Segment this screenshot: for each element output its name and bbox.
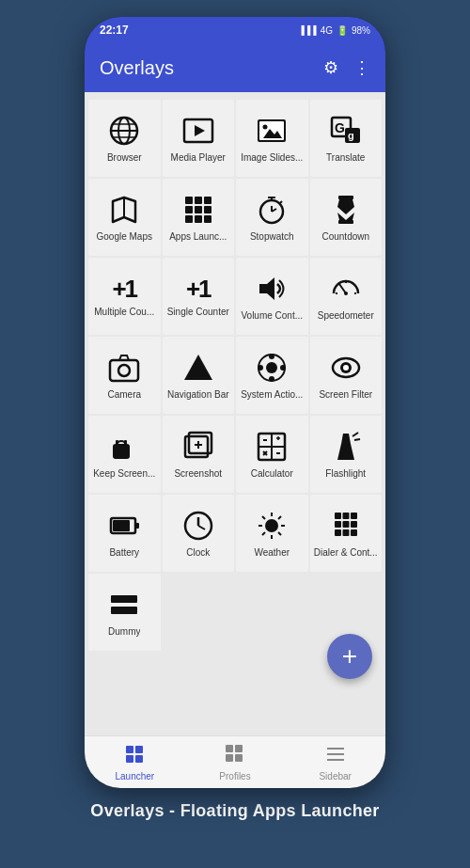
battery-level: 98% — [352, 25, 370, 36]
translate-icon: G g — [330, 115, 362, 147]
grid-item-speedometer[interactable]: Speedometer — [310, 258, 383, 335]
nav-item-sidebar[interactable]: Sidebar — [285, 744, 385, 781]
grid-item-countdown[interactable]: Countdown — [310, 179, 383, 256]
countdown-icon — [330, 194, 362, 226]
calculator-label: Calculator — [251, 468, 293, 480]
grid-item-keep-screen[interactable]: Keep Screen... — [88, 416, 161, 493]
more-options-icon[interactable]: ⋮ — [353, 57, 370, 78]
screenshot-icon — [182, 431, 214, 463]
status-time: 22:17 — [100, 24, 129, 37]
svg-text:g: g — [348, 130, 354, 141]
svg-rect-31 — [338, 196, 353, 199]
svg-rect-22 — [185, 215, 193, 223]
multiple-counter-icon: +1 — [112, 276, 136, 301]
svg-point-42 — [266, 362, 277, 373]
svg-rect-94 — [335, 529, 341, 536]
media-player-label: Media Player — [171, 152, 226, 164]
grid-item-stopwatch[interactable]: Stopwatch — [236, 179, 308, 256]
grid-item-screen-filter[interactable]: Screen Filter — [310, 337, 383, 414]
dummy-icon — [108, 589, 140, 621]
svg-rect-16 — [185, 197, 193, 204]
grid-item-image-slides[interactable]: Image Slides... — [236, 100, 308, 177]
svg-rect-90 — [351, 513, 357, 519]
flashlight-icon — [330, 431, 362, 463]
battery-icon — [108, 510, 140, 542]
svg-rect-89 — [342, 513, 349, 519]
speedometer-icon — [330, 273, 362, 305]
browser-label: Browser — [107, 152, 142, 164]
grid-item-volume-control[interactable]: Volume Cont... — [236, 258, 308, 335]
multiple-counter-label: Multiple Cou... — [94, 307, 154, 318]
svg-rect-99 — [126, 746, 133, 753]
svg-rect-88 — [335, 513, 341, 519]
signal-icon: ▐▐▐ — [299, 25, 317, 35]
volume-control-label: Volume Cont... — [241, 310, 303, 322]
svg-line-87 — [262, 532, 265, 535]
grid-item-system-actions[interactable]: System Actio... — [236, 337, 308, 414]
volume-control-icon — [256, 273, 288, 305]
camera-label: Camera — [107, 389, 141, 401]
screen-filter-icon — [330, 352, 362, 384]
svg-rect-74 — [135, 523, 139, 529]
svg-point-50 — [343, 365, 349, 371]
screenshot-label: Screenshot — [174, 468, 222, 480]
svg-rect-105 — [235, 745, 243, 752]
grid-item-translate[interactable]: G g Translate — [310, 100, 383, 177]
svg-rect-102 — [135, 755, 143, 763]
svg-rect-24 — [204, 215, 212, 223]
battery-label: Battery — [109, 547, 139, 559]
svg-rect-97 — [111, 595, 137, 603]
camera-icon — [108, 352, 140, 384]
svg-line-72 — [354, 439, 360, 440]
svg-line-78 — [198, 526, 205, 529]
grid-item-clock[interactable]: Clock — [163, 495, 235, 572]
svg-rect-106 — [235, 754, 243, 762]
single-counter-icon: +1 — [186, 276, 211, 301]
add-overlay-fab[interactable]: + — [327, 634, 372, 679]
svg-rect-54 — [124, 440, 127, 446]
grid-item-browser[interactable]: Browser — [88, 100, 161, 177]
keep-screen-label: Keep Screen... — [93, 468, 155, 480]
grid-item-multiple-counter[interactable]: +1 Multiple Cou... — [88, 258, 161, 335]
grid-item-flashlight[interactable]: Flashlight — [310, 416, 383, 493]
grid-item-dummy[interactable]: Dummy — [88, 574, 161, 651]
svg-rect-39 — [110, 360, 138, 381]
translate-label: Translate — [326, 152, 365, 164]
grid-item-navigation-bar[interactable]: Navigation Bar — [163, 337, 235, 414]
phone-shell: 22:17 ▐▐▐ 4G 🔋 98% Overlays ⚙ ⋮ — [85, 17, 385, 788]
add-icon: + — [342, 641, 357, 671]
svg-point-40 — [118, 365, 130, 376]
nav-item-launcher[interactable]: Launcher — [85, 744, 185, 781]
stopwatch-label: Stopwatch — [250, 231, 294, 243]
grid-item-calculator[interactable]: Calculator — [236, 416, 308, 493]
settings-icon[interactable]: ⚙ — [323, 57, 338, 78]
svg-rect-23 — [195, 215, 202, 223]
battery-icon: 🔋 — [337, 25, 348, 36]
grid-item-single-counter[interactable]: +1 Single Counter — [163, 258, 235, 335]
nav-item-profiles[interactable]: Profiles — [185, 744, 286, 781]
sidebar-nav-icon — [325, 744, 346, 769]
google-maps-label: Google Maps — [97, 231, 152, 243]
launcher-nav-icon — [124, 744, 145, 769]
svg-line-84 — [262, 516, 265, 519]
grid-item-screenshot[interactable]: Screenshot — [163, 416, 235, 493]
grid-item-dialer[interactable]: Dialer & Cont... — [310, 495, 383, 572]
svg-rect-101 — [135, 746, 143, 753]
dialer-icon — [330, 510, 362, 542]
speedometer-label: Speedometer — [318, 310, 374, 322]
svg-rect-32 — [338, 220, 353, 224]
svg-rect-96 — [351, 529, 357, 536]
sidebar-nav-label: Sidebar — [319, 771, 351, 781]
grid-item-weather[interactable]: Weather — [236, 495, 308, 572]
grid-item-camera[interactable]: Camera — [88, 337, 161, 414]
system-actions-icon — [256, 352, 288, 384]
grid-item-google-maps[interactable]: Google Maps — [88, 179, 161, 256]
svg-line-30 — [280, 201, 282, 203]
grid-item-apps-launcher[interactable]: Apps Launc... — [163, 179, 235, 256]
navigation-bar-icon — [182, 352, 214, 384]
grid-item-media-player[interactable]: Media Player — [163, 100, 235, 177]
svg-line-71 — [352, 433, 358, 436]
app-title: Overlays — [100, 57, 174, 79]
grid-item-battery[interactable]: Battery — [88, 495, 161, 572]
status-icons: ▐▐▐ 4G 🔋 98% — [299, 25, 371, 36]
